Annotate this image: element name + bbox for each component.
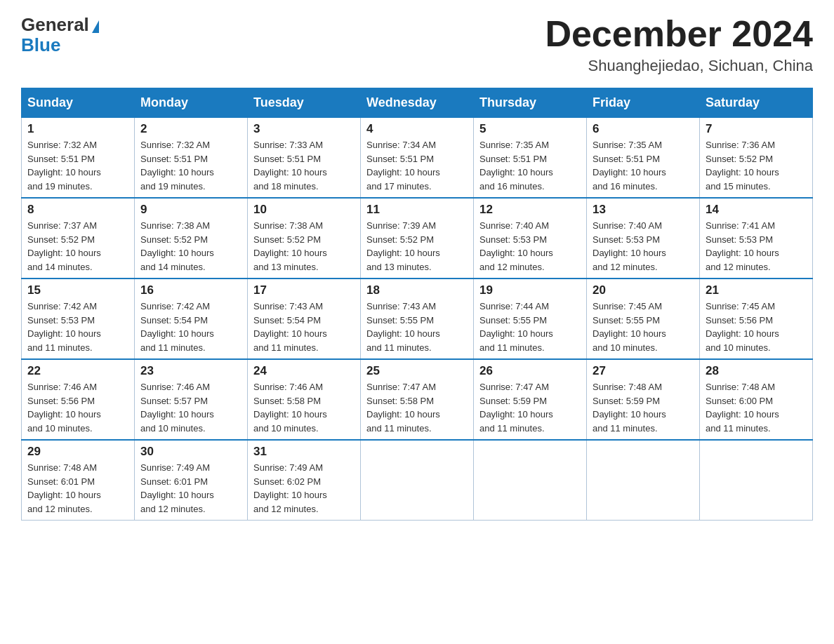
location-text: Shuanghejiedao, Sichuan, China [545, 57, 813, 75]
calendar-cell: 18Sunrise: 7:43 AMSunset: 5:55 PMDayligh… [361, 279, 474, 359]
calendar-cell: 14Sunrise: 7:41 AMSunset: 5:53 PMDayligh… [700, 198, 813, 279]
day-info: Sunrise: 7:36 AMSunset: 5:52 PMDaylight:… [706, 138, 807, 193]
day-info: Sunrise: 7:42 AMSunset: 5:53 PMDaylight:… [27, 300, 128, 354]
day-info: Sunrise: 7:39 AMSunset: 5:52 PMDaylight:… [366, 219, 468, 274]
logo: General Blue [21, 14, 99, 56]
day-info: Sunrise: 7:38 AMSunset: 5:52 PMDaylight:… [140, 219, 241, 274]
calendar-week-row: 1Sunrise: 7:32 AMSunset: 5:51 PMDaylight… [22, 118, 813, 199]
calendar-cell: 25Sunrise: 7:47 AMSunset: 5:58 PMDayligh… [361, 359, 474, 440]
day-info: Sunrise: 7:45 AMSunset: 5:56 PMDaylight:… [706, 300, 807, 354]
day-number: 12 [479, 203, 581, 217]
calendar-cell: 2Sunrise: 7:32 AMSunset: 5:51 PMDaylight… [135, 118, 248, 199]
calendar-cell: 17Sunrise: 7:43 AMSunset: 5:54 PMDayligh… [248, 279, 361, 359]
day-number: 2 [140, 122, 241, 136]
logo-general-text: General [21, 14, 89, 36]
day-info: Sunrise: 7:49 AMSunset: 6:01 PMDaylight:… [140, 461, 241, 516]
day-number: 21 [706, 283, 807, 297]
day-number: 28 [706, 364, 807, 378]
logo-blue-text: Blue [21, 34, 60, 56]
calendar-cell: 30Sunrise: 7:49 AMSunset: 6:01 PMDayligh… [135, 440, 248, 521]
day-number: 25 [366, 364, 468, 378]
calendar-cell: 5Sunrise: 7:35 AMSunset: 5:51 PMDaylight… [474, 118, 587, 199]
calendar-cell: 12Sunrise: 7:40 AMSunset: 5:53 PMDayligh… [474, 198, 587, 279]
day-info: Sunrise: 7:37 AMSunset: 5:52 PMDaylight:… [27, 219, 128, 274]
calendar-cell: 16Sunrise: 7:42 AMSunset: 5:54 PMDayligh… [135, 279, 248, 359]
day-number: 13 [593, 203, 694, 217]
day-number: 30 [140, 445, 241, 459]
calendar-week-row: 22Sunrise: 7:46 AMSunset: 5:56 PMDayligh… [22, 359, 813, 440]
day-info: Sunrise: 7:46 AMSunset: 5:57 PMDaylight:… [140, 380, 241, 435]
weekday-header-monday: Monday [135, 88, 248, 118]
calendar-cell: 22Sunrise: 7:46 AMSunset: 5:56 PMDayligh… [22, 359, 135, 440]
day-number: 16 [140, 283, 241, 297]
weekday-header-sunday: Sunday [22, 88, 135, 118]
day-number: 15 [27, 283, 128, 297]
calendar-cell: 21Sunrise: 7:45 AMSunset: 5:56 PMDayligh… [700, 279, 813, 359]
day-number: 31 [253, 445, 355, 459]
day-info: Sunrise: 7:48 AMSunset: 6:01 PMDaylight:… [27, 461, 128, 516]
day-info: Sunrise: 7:42 AMSunset: 5:54 PMDaylight:… [140, 300, 241, 354]
calendar-cell [700, 440, 813, 521]
day-number: 17 [253, 283, 355, 297]
day-number: 7 [706, 122, 807, 136]
calendar-cell: 29Sunrise: 7:48 AMSunset: 6:01 PMDayligh… [22, 440, 135, 521]
calendar-cell: 19Sunrise: 7:44 AMSunset: 5:55 PMDayligh… [474, 279, 587, 359]
day-info: Sunrise: 7:32 AMSunset: 5:51 PMDaylight:… [27, 138, 128, 193]
calendar-cell: 26Sunrise: 7:47 AMSunset: 5:59 PMDayligh… [474, 359, 587, 440]
calendar-week-row: 8Sunrise: 7:37 AMSunset: 5:52 PMDaylight… [22, 198, 813, 279]
logo-triangle-icon [92, 20, 99, 33]
calendar-cell: 6Sunrise: 7:35 AMSunset: 5:51 PMDaylight… [587, 118, 700, 199]
calendar-cell: 1Sunrise: 7:32 AMSunset: 5:51 PMDaylight… [22, 118, 135, 199]
day-info: Sunrise: 7:32 AMSunset: 5:51 PMDaylight:… [140, 138, 241, 193]
day-number: 11 [366, 203, 468, 217]
calendar-cell: 23Sunrise: 7:46 AMSunset: 5:57 PMDayligh… [135, 359, 248, 440]
weekday-header-thursday: Thursday [474, 88, 587, 118]
title-section: December 2024 Shuanghejiedao, Sichuan, C… [545, 14, 813, 75]
day-info: Sunrise: 7:46 AMSunset: 5:56 PMDaylight:… [27, 380, 128, 435]
day-info: Sunrise: 7:44 AMSunset: 5:55 PMDaylight:… [479, 300, 581, 354]
calendar-cell: 3Sunrise: 7:33 AMSunset: 5:51 PMDaylight… [248, 118, 361, 199]
day-info: Sunrise: 7:41 AMSunset: 5:53 PMDaylight:… [706, 219, 807, 274]
day-number: 3 [253, 122, 355, 136]
day-info: Sunrise: 7:49 AMSunset: 6:02 PMDaylight:… [253, 461, 355, 516]
calendar-header-row: SundayMondayTuesdayWednesdayThursdayFrid… [22, 88, 813, 118]
page-header: General Blue December 2024 Shuanghejieda… [21, 14, 813, 75]
day-info: Sunrise: 7:47 AMSunset: 5:59 PMDaylight:… [479, 380, 581, 435]
day-info: Sunrise: 7:48 AMSunset: 5:59 PMDaylight:… [593, 380, 694, 435]
day-number: 6 [593, 122, 694, 136]
day-number: 20 [593, 283, 694, 297]
month-title: December 2024 [545, 14, 813, 54]
day-info: Sunrise: 7:47 AMSunset: 5:58 PMDaylight:… [366, 380, 468, 435]
day-number: 18 [366, 283, 468, 297]
calendar-week-row: 29Sunrise: 7:48 AMSunset: 6:01 PMDayligh… [22, 440, 813, 521]
calendar-cell: 7Sunrise: 7:36 AMSunset: 5:52 PMDaylight… [700, 118, 813, 199]
calendar-cell: 13Sunrise: 7:40 AMSunset: 5:53 PMDayligh… [587, 198, 700, 279]
day-number: 26 [479, 364, 581, 378]
calendar-cell [474, 440, 587, 521]
calendar-cell: 24Sunrise: 7:46 AMSunset: 5:58 PMDayligh… [248, 359, 361, 440]
calendar-cell: 15Sunrise: 7:42 AMSunset: 5:53 PMDayligh… [22, 279, 135, 359]
calendar-cell: 10Sunrise: 7:38 AMSunset: 5:52 PMDayligh… [248, 198, 361, 279]
calendar-week-row: 15Sunrise: 7:42 AMSunset: 5:53 PMDayligh… [22, 279, 813, 359]
weekday-header-saturday: Saturday [700, 88, 813, 118]
calendar-cell [587, 440, 700, 521]
calendar-cell [361, 440, 474, 521]
day-number: 14 [706, 203, 807, 217]
day-number: 24 [253, 364, 355, 378]
weekday-header-friday: Friday [587, 88, 700, 118]
calendar-cell: 11Sunrise: 7:39 AMSunset: 5:52 PMDayligh… [361, 198, 474, 279]
day-number: 27 [593, 364, 694, 378]
day-number: 23 [140, 364, 241, 378]
day-info: Sunrise: 7:45 AMSunset: 5:55 PMDaylight:… [593, 300, 694, 354]
day-number: 22 [27, 364, 128, 378]
day-number: 4 [366, 122, 468, 136]
day-number: 8 [27, 203, 128, 217]
calendar-cell: 20Sunrise: 7:45 AMSunset: 5:55 PMDayligh… [587, 279, 700, 359]
day-info: Sunrise: 7:46 AMSunset: 5:58 PMDaylight:… [253, 380, 355, 435]
day-info: Sunrise: 7:40 AMSunset: 5:53 PMDaylight:… [593, 219, 694, 274]
day-number: 9 [140, 203, 241, 217]
day-number: 19 [479, 283, 581, 297]
day-number: 10 [253, 203, 355, 217]
day-number: 5 [479, 122, 581, 136]
day-info: Sunrise: 7:33 AMSunset: 5:51 PMDaylight:… [253, 138, 355, 193]
